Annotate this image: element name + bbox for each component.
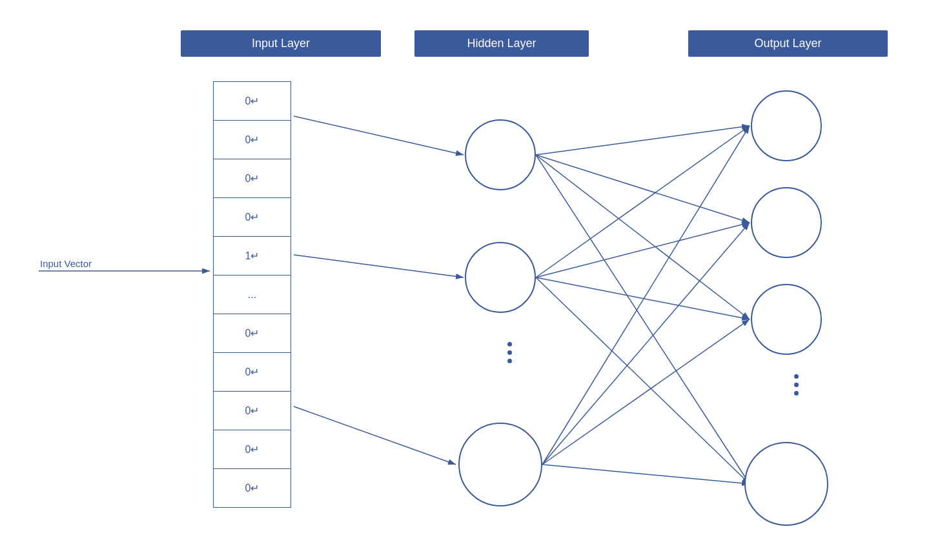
svg-line-12 (536, 277, 750, 484)
hidden-layer-label: Hidden Layer (414, 30, 589, 57)
table-row: 0↵ (214, 159, 291, 198)
svg-line-2 (294, 116, 464, 155)
output-layer-label: Output Layer (688, 30, 888, 57)
output-neuron-4 (744, 442, 828, 526)
svg-line-16 (542, 465, 750, 484)
hidden-neuron-3 (458, 423, 542, 506)
table-row: 0↵ (214, 430, 291, 469)
table-row: 0↵ (214, 121, 291, 159)
input-cell-6: 0↵ (214, 353, 291, 392)
input-layer-table: 0↵ 0↵ 0↵ 0↵ 1↵ ... 0↵ 0↵ 0↵ 0↵ 0↵ (213, 81, 291, 508)
input-vector-label: Input Vector (40, 258, 92, 269)
input-cell-9: 0↵ (214, 469, 291, 508)
output-neuron-2 (751, 187, 822, 258)
svg-line-7 (536, 155, 750, 319)
svg-line-3 (294, 255, 464, 277)
input-cell-4: 1↵ (214, 237, 291, 275)
svg-line-8 (536, 155, 750, 484)
table-row: 0↵ (214, 198, 291, 237)
table-row: 0↵ (214, 469, 291, 508)
svg-line-6 (536, 155, 750, 223)
hidden-neuron-1 (465, 119, 536, 190)
output-dots (794, 374, 799, 395)
table-row: ... (214, 275, 291, 314)
input-cell-2: 0↵ (214, 159, 291, 198)
output-neuron-3 (751, 284, 822, 355)
input-layer-label: Input Layer (181, 30, 381, 57)
input-cell-dots: ... (214, 275, 291, 314)
input-cell-1: 0↵ (214, 121, 291, 159)
svg-line-9 (536, 126, 750, 277)
svg-line-15 (542, 319, 750, 465)
table-row: 0↵ (214, 353, 291, 392)
svg-line-13 (542, 126, 750, 465)
input-cell-3: 0↵ (214, 198, 291, 237)
input-cell-5: 0↵ (214, 314, 291, 353)
table-row: 0↵ (214, 314, 291, 353)
input-cell-0: 0↵ (214, 82, 291, 121)
neural-network-diagram: Input Vector Input Layer Hidden Layer Ou… (0, 0, 940, 560)
svg-line-11 (536, 277, 750, 319)
input-cell-8: 0↵ (214, 430, 291, 469)
table-row: 0↵ (214, 82, 291, 121)
output-neuron-1 (751, 90, 822, 161)
svg-line-5 (536, 126, 750, 155)
svg-line-10 (536, 223, 750, 277)
hidden-neuron-2 (465, 242, 536, 313)
svg-line-14 (542, 223, 750, 465)
table-row: 1↵ (214, 237, 291, 275)
input-cell-7: 0↵ (214, 392, 291, 430)
table-row: 0↵ (214, 392, 291, 430)
hidden-dots (507, 342, 512, 363)
svg-line-4 (294, 406, 456, 465)
